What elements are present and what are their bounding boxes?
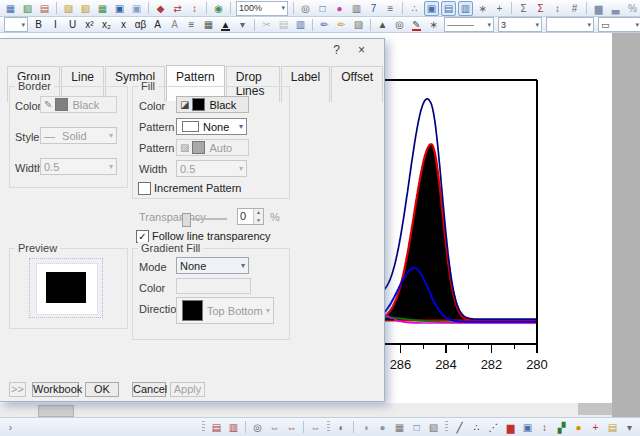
workbook-button[interactable]: Workbook (32, 382, 79, 397)
line-width-combo[interactable]: 3▾ (498, 17, 542, 32)
plot-column-icon[interactable]: ▆ (591, 1, 606, 16)
transparency-spinner[interactable]: 0 ▲▼ (237, 208, 264, 225)
open-template-icon[interactable]: ▧ (78, 1, 93, 16)
fill-width-combo[interactable]: 0.5 ▾ (176, 160, 247, 177)
toolbar-handle[interactable] (445, 421, 448, 433)
superscript-icon[interactable]: x² (82, 17, 97, 32)
italic-icon[interactable]: I (48, 17, 63, 32)
pattern-color-button[interactable]: ▨ Auto (176, 139, 249, 156)
toolbar-handle[interactable] (327, 421, 330, 433)
rescale-layer-icon[interactable]: ◎ (250, 420, 265, 435)
super-subscript-icon[interactable]: x (116, 17, 131, 32)
border-width-combo[interactable]: 0.5 ▾ (40, 158, 117, 175)
horizontal-scrollbar[interactable] (0, 403, 612, 417)
project-explorer-icon[interactable]: ▤ (441, 1, 456, 16)
origin-central-icon[interactable]: ● (332, 1, 347, 16)
import-single-icon[interactable]: ⇄ (170, 1, 185, 16)
edge-combo[interactable]: ▾ (546, 17, 594, 32)
open-icon[interactable]: ▨ (61, 1, 76, 16)
fill-pattern-combo[interactable]: ▭▾ (598, 17, 640, 32)
copy-format-icon[interactable]: ✏ (334, 17, 349, 32)
cut-icon[interactable]: ✂ (259, 17, 274, 32)
scrollbar-thumb[interactable] (38, 405, 74, 417)
line-style-combo[interactable]: ———▾ (444, 17, 494, 32)
video-icon[interactable]: ▥ (349, 1, 364, 16)
font-smaller-icon[interactable]: A (167, 17, 182, 32)
save-icon[interactable]: ▣ (112, 1, 127, 16)
fit-layer-icon[interactable]: ⇔ (308, 420, 323, 435)
gradient-color-button[interactable] (176, 278, 251, 294)
format-painter-icon[interactable]: ✏ (317, 17, 332, 32)
apps-gallery-icon[interactable]: ∗ (475, 1, 490, 16)
border-style-combo[interactable]: — Solid ▾ (40, 127, 117, 144)
plot-polar-icon[interactable]: + (588, 420, 603, 435)
fill-color-button[interactable]: ◪ Black (176, 96, 249, 113)
import-multiple-icon[interactable]: ↕ (187, 1, 202, 16)
new-matrix-icon[interactable]: ▤ (37, 1, 52, 16)
format-more-icon[interactable]: ▾ (235, 17, 250, 32)
overflow-chevron-icon[interactable]: › (3, 420, 18, 435)
list-view-icon[interactable]: ≡ (383, 1, 398, 16)
import-wizard-icon[interactable]: ◆ (153, 1, 168, 16)
save-template-icon[interactable]: ▣ (129, 1, 144, 16)
statistics-icon[interactable]: Σ (516, 1, 531, 16)
plot-area-icon[interactable]: ▞ (554, 420, 569, 435)
snapshot-icon[interactable]: ◎ (298, 1, 313, 16)
bold-icon[interactable]: B (31, 17, 46, 32)
new-table-icon[interactable]: ▦ (392, 420, 407, 435)
layout-strip-icon[interactable]: ▧ (426, 420, 441, 435)
fit-page-icon[interactable]: ⇔ (284, 420, 299, 435)
spin-up-icon[interactable]: ▲ (254, 209, 263, 217)
export-page-icon[interactable]: ▤ (209, 420, 224, 435)
copy-page-icon[interactable]: ▥ (226, 420, 241, 435)
greek-icon[interactable]: αβ (133, 17, 148, 32)
plot-template-icon[interactable]: ▤ (605, 420, 620, 435)
gradient-mode-combo[interactable]: None ▾ (176, 257, 249, 274)
spinner-arrows[interactable]: ▲▼ (253, 209, 263, 224)
region-statistics-icon[interactable]: Σ (533, 1, 548, 16)
increment-pattern-checkbox[interactable] (138, 182, 151, 195)
toolbar-handle[interactable] (202, 421, 205, 433)
plot-column-small-icon[interactable]: ▃ (608, 1, 623, 16)
plot-error-bar-icon[interactable]: ↕ (537, 420, 552, 435)
border-color-button[interactable]: ✎ Black (40, 96, 117, 113)
desktop-icon[interactable]: □ (315, 1, 330, 16)
tab-offset[interactable]: Offset (331, 66, 383, 102)
line-color-icon[interactable]: ✎ (409, 17, 424, 32)
spin-down-icon[interactable]: ▼ (254, 217, 263, 225)
underline-icon[interactable]: U (65, 17, 80, 32)
recalculate-icon[interactable]: ◉ (211, 1, 226, 16)
learning-center-icon[interactable]: 7 (366, 1, 381, 16)
add-panel-icon[interactable]: + (492, 1, 507, 16)
style-combo[interactable]: ▾ (4, 17, 28, 32)
plot-pie-icon[interactable]: ● (571, 420, 586, 435)
zoom-combo[interactable]: 100%▾ (236, 1, 288, 16)
dialog-close-button[interactable]: × (352, 43, 371, 58)
new-graph-icon[interactable]: ▧ (20, 1, 35, 16)
zoom-panel-icon[interactable]: ▣ (424, 1, 439, 16)
font-larger-icon[interactable]: A (150, 17, 165, 32)
pie-3d-alt-icon[interactable]: ● (375, 420, 390, 435)
borders-icon[interactable]: ▦ (201, 17, 216, 32)
theme-organizer-icon[interactable]: ▨ (351, 17, 366, 32)
ok-button[interactable]: OK (85, 382, 119, 397)
sitemap-icon[interactable]: ∴ (407, 1, 422, 16)
percentile-icon[interactable]: % (625, 1, 640, 16)
open-excel-icon[interactable]: ▦ (95, 1, 110, 16)
new-window-icon[interactable]: □ (409, 420, 424, 435)
calculator-icon[interactable]: # (567, 1, 582, 16)
paste-icon[interactable]: ▥ (293, 17, 308, 32)
plot-matrix-icon[interactable]: ▣ (520, 420, 535, 435)
plot-bar-icon[interactable]: ▆ (503, 420, 518, 435)
draw-tool-icon[interactable]: ▲ (375, 17, 390, 32)
gradient-direction-combo[interactable]: Top Bottom ▾ (176, 297, 274, 324)
font-color-icon[interactable]: ▲ (218, 17, 233, 32)
subscript-icon[interactable]: x₂ (99, 17, 114, 32)
sort-icon[interactable]: ↕ (550, 1, 565, 16)
apply-button[interactable]: Apply (170, 382, 205, 397)
object-manager-icon[interactable]: ▥ (458, 1, 473, 16)
fill-pattern-combo[interactable]: None ▾ (176, 118, 247, 135)
plot-line-icon[interactable]: ╱ (452, 420, 467, 435)
alignment-icon[interactable]: ≡ (184, 17, 199, 32)
zoom-tool-icon[interactable]: ◎ (392, 17, 407, 32)
